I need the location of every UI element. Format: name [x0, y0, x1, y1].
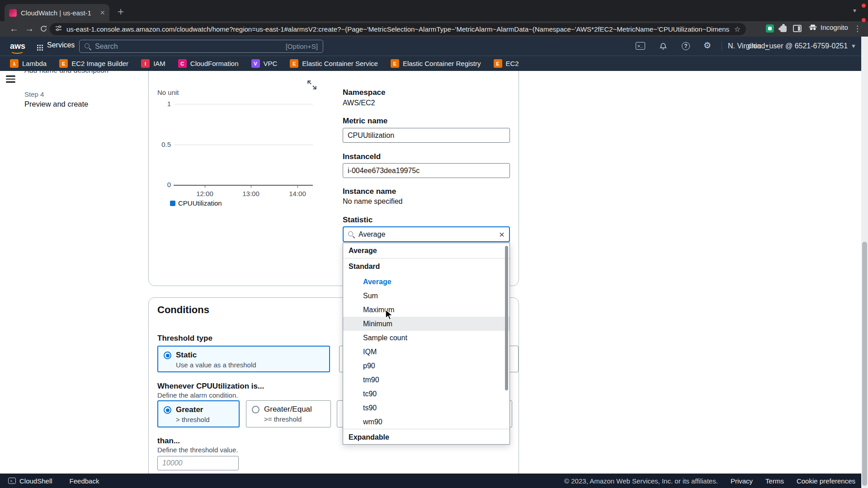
cloudshell-icon[interactable]: >_	[636, 42, 645, 50]
cloudformation-icon: C	[178, 59, 187, 68]
terms-link[interactable]: Terms	[765, 477, 784, 485]
incognito-badge: Incognito	[808, 23, 848, 31]
favorite-cloudformation[interactable]: C CloudFormation	[178, 59, 239, 68]
browser-window: CloudWatch | us-east-1 × + ▾ ← → us-east…	[0, 0, 868, 488]
instance-name-label: Instance name	[343, 187, 396, 196]
back-button[interactable]: ←	[9, 23, 19, 34]
chart-x-tick: 14:00	[284, 190, 311, 197]
instance-name-value: No name specified	[343, 197, 403, 206]
clear-icon[interactable]: ×	[499, 230, 505, 239]
tab-close-icon[interactable]: ×	[100, 9, 105, 17]
recording-dot	[862, 4, 866, 8]
favorites-bar: λ Lambda E EC2 Image Builder I IAM C Clo…	[0, 56, 868, 71]
dropdown-option-iqm[interactable]: IQM	[343, 345, 509, 359]
dropdown-option-minimum[interactable]: Minimum	[343, 317, 509, 331]
operator-greater-equal-tile[interactable]: Greater/Equal >= threshold	[246, 400, 331, 427]
vpc-icon: V	[251, 59, 260, 68]
url-bar[interactable]: us-east-1.console.aws.amazon.com/cloudwa…	[50, 23, 746, 35]
threshold-value-input[interactable]	[157, 456, 239, 470]
favorite-vpc[interactable]: V VPC	[251, 59, 278, 68]
cookie-preferences-link[interactable]: Cookie preferences	[797, 477, 855, 485]
favorite-ecs[interactable]: E Elastic Container Service	[290, 59, 378, 68]
favorite-label: Lambda	[22, 60, 47, 67]
search-icon	[348, 231, 354, 238]
favorite-iam[interactable]: I IAM	[141, 59, 165, 68]
settings-gear-icon[interactable]: ⚙	[703, 41, 711, 50]
iam-icon: I	[141, 59, 150, 68]
menu-toggle-icon[interactable]	[6, 75, 15, 84]
dropdown-option-sum[interactable]: Sum	[343, 289, 509, 303]
site-settings-icon[interactable]	[55, 25, 62, 33]
favorite-ec2[interactable]: E EC2	[494, 59, 519, 68]
sidebar-item-preview-create[interactable]: Preview and create	[24, 100, 88, 108]
radio-selected-icon[interactable]	[164, 406, 171, 414]
static-label: Static	[176, 351, 256, 360]
greater-equal-description: >= threshold	[264, 415, 312, 423]
radio-unselected-icon[interactable]	[252, 406, 259, 413]
chart-gridline	[175, 145, 313, 145]
chart-expand-button[interactable]	[307, 80, 316, 91]
chart-gridline	[175, 104, 313, 104]
radio-selected-icon[interactable]	[164, 352, 171, 359]
dropdown-group-standard: Standard	[343, 258, 509, 275]
dropdown-scrollbar[interactable]	[505, 246, 508, 390]
extensions-puzzle-icon[interactable]	[780, 26, 787, 32]
help-icon[interactable]: ?	[682, 42, 690, 50]
browser-menu-kebab-icon[interactable]: ⋮	[854, 24, 861, 33]
dropdown-option-sample-count[interactable]: Sample count	[343, 331, 509, 345]
browser-tab[interactable]: CloudWatch | us-east-1 ×	[5, 4, 109, 21]
dropdown-option-tm90[interactable]: tm90	[343, 373, 509, 387]
url-text: us-east-1.console.aws.amazon.com/cloudwa…	[66, 25, 730, 33]
favorite-ecr[interactable]: E Elastic Container Registry	[391, 59, 481, 68]
forward-button[interactable]: →	[25, 23, 34, 34]
dropdown-option-p90[interactable]: p90	[343, 359, 509, 373]
favorite-label: CloudFormation	[190, 60, 239, 67]
statistic-combobox[interactable]: Average ×	[343, 226, 510, 242]
chart-x-tick-mark	[251, 185, 251, 188]
bookmark-star-icon[interactable]: ☆	[734, 25, 741, 33]
dropdown-option-maximum[interactable]: Maximum	[343, 303, 509, 317]
account-menu[interactable]: cloud_user @ 6521-6759-0251 ▼	[748, 42, 856, 50]
operator-greater-tile[interactable]: Greater > threshold	[157, 400, 240, 427]
notifications-bell-icon[interactable]	[659, 42, 667, 52]
services-menu-button[interactable]: Services	[37, 41, 75, 49]
tab-search-caret-icon[interactable]: ▾	[853, 7, 856, 14]
new-tab-button[interactable]: +	[118, 6, 124, 17]
aws-logo[interactable]: aws	[10, 42, 25, 51]
favorite-lambda[interactable]: λ Lambda	[10, 59, 47, 68]
feedback-button[interactable]: Feedback	[70, 477, 99, 485]
privacy-link[interactable]: Privacy	[731, 477, 753, 485]
reload-button[interactable]	[40, 25, 47, 34]
favorite-label: EC2	[506, 60, 519, 67]
static-description: Use a value as a threshold	[176, 361, 256, 369]
dropdown-top-match[interactable]: Average	[343, 243, 509, 258]
side-panel-icon[interactable]	[793, 25, 802, 32]
search-placeholder: Search	[95, 42, 282, 51]
dropdown-option-ts90[interactable]: ts90	[343, 401, 509, 415]
dropdown-option-tc90[interactable]: tc90	[343, 387, 509, 401]
ecs-icon: E	[290, 59, 298, 68]
cloudshell-button[interactable]: CloudShell	[19, 477, 52, 485]
chart-x-tick-mark	[205, 185, 205, 188]
favorite-label: VPC	[264, 60, 278, 67]
incognito-label: Incognito	[821, 23, 848, 31]
threshold-type-static-tile[interactable]: Static Use a value as a threshold	[157, 346, 330, 372]
statistic-label: Statistic	[343, 216, 373, 225]
console-search-input[interactable]: Search [Option+S]	[79, 40, 323, 53]
metric-name-input[interactable]	[343, 128, 510, 143]
tab-title: CloudWatch | us-east-1	[21, 9, 96, 17]
tab-strip: CloudWatch | us-east-1 × + ▾	[0, 0, 868, 21]
instance-id-input[interactable]	[343, 163, 510, 178]
console-footer: >_ CloudShell Feedback © 2023, Amazon We…	[0, 474, 868, 488]
chart-x-axis	[174, 185, 313, 186]
chart-x-tick-mark	[297, 185, 298, 188]
scrollbar-thumb[interactable]	[862, 242, 867, 486]
page-scrollbar[interactable]	[861, 37, 868, 488]
extension-icon[interactable]	[766, 24, 774, 33]
favorite-ec2-image-builder[interactable]: E EC2 Image Builder	[59, 59, 128, 68]
dropdown-option-wm90[interactable]: wm90	[343, 415, 509, 429]
dropdown-option-average[interactable]: Average	[343, 275, 509, 289]
namespace-value: AWS/EC2	[343, 99, 375, 107]
statistic-dropdown: Average Standard Average Sum Maximum Min…	[343, 243, 510, 445]
legend-label[interactable]: CPUUtilization	[178, 199, 222, 207]
